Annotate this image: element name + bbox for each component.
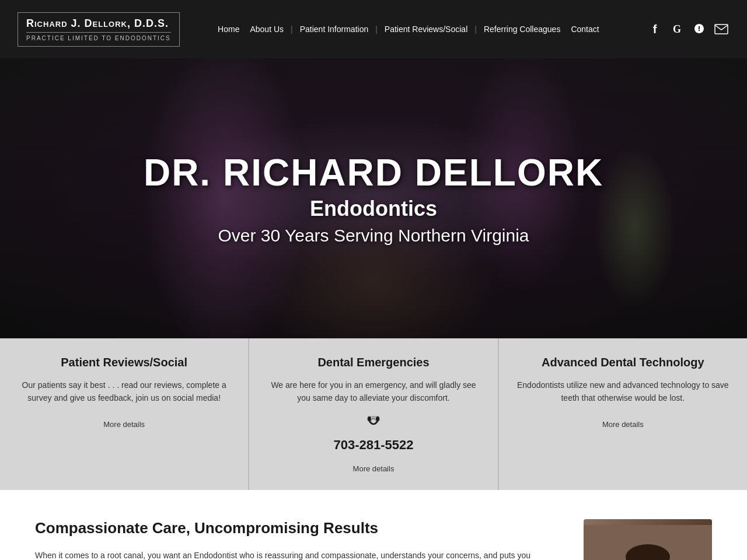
hero-name: DR. RICHARD DELLORK — [144, 151, 603, 194]
lower-heading: Compassionate Care, Uncompromising Resul… — [35, 519, 560, 537]
nav-contact[interactable]: Contact — [567, 22, 602, 36]
nav-sep-3: | — [474, 24, 477, 34]
card-technology-more[interactable]: More details — [602, 420, 644, 429]
doctor-photo — [584, 519, 712, 560]
card-emergencies: Dental Emergencies We are here for you i… — [249, 338, 498, 490]
social-icons-group: f G — [647, 21, 729, 37]
card-technology-title: Advanced Dental Technology — [515, 356, 731, 369]
cards-section: Patient Reviews/Social Our patients say … — [0, 338, 747, 490]
hero-text-group: DR. RICHARD DELLORK Endodontics Over 30 … — [144, 151, 603, 246]
hero-tagline: Over 30 Years Serving Northern Virginia — [144, 226, 603, 246]
lower-section: Compassionate Care, Uncompromising Resul… — [0, 490, 747, 560]
yelp-icon[interactable] — [691, 21, 707, 37]
svg-point-2 — [376, 416, 379, 421]
email-icon[interactable] — [713, 21, 729, 37]
nav-sep-2: | — [375, 24, 378, 34]
nav-about[interactable]: About Us — [246, 22, 287, 36]
card-reviews-text: Our patients say it best . . . read our … — [16, 379, 232, 405]
card-technology: Advanced Dental Technology Endodontists … — [499, 338, 747, 490]
card-emergencies-text: We are here for you in an emergency, and… — [266, 379, 481, 405]
card-phone-group: 703-281-5522 — [266, 414, 481, 453]
main-nav: Home About Us | Patient Information | Pa… — [214, 22, 603, 36]
nav-referring[interactable]: Referring Colleagues — [480, 22, 564, 36]
card-reviews: Patient Reviews/Social Our patients say … — [0, 338, 249, 490]
phone-icon — [365, 414, 382, 435]
nav-reviews[interactable]: Patient Reviews/Social — [381, 22, 471, 36]
logo-name: Richard J. Dellork, D.D.S. — [26, 18, 171, 30]
card-emergencies-title: Dental Emergencies — [266, 356, 481, 369]
lower-body: When it comes to a root canal, you want … — [35, 549, 560, 560]
site-header: Richard J. Dellork, D.D.S. Practice Limi… — [0, 0, 747, 58]
nav-patient-info[interactable]: Patient Information — [296, 22, 372, 36]
facebook-icon[interactable]: f — [647, 21, 663, 37]
card-technology-text: Endodontists utilize new and advanced te… — [515, 379, 731, 405]
card-emergencies-more[interactable]: More details — [353, 464, 395, 473]
nav-sep-1: | — [291, 24, 293, 34]
card-reviews-more[interactable]: More details — [103, 420, 145, 429]
logo: Richard J. Dellork, D.D.S. Practice Limi… — [18, 12, 180, 47]
nav-home[interactable]: Home — [214, 22, 243, 36]
phone-number[interactable]: 703-281-5522 — [333, 438, 413, 453]
svg-rect-0 — [715, 24, 728, 34]
lower-text: Compassionate Care, Uncompromising Resul… — [35, 519, 560, 560]
hero-subtitle: Endodontics — [144, 197, 603, 221]
card-reviews-title: Patient Reviews/Social — [16, 356, 232, 369]
google-icon[interactable]: G — [669, 21, 685, 37]
hero-section: DR. RICHARD DELLORK Endodontics Over 30 … — [0, 58, 747, 338]
logo-tagline: Practice Limited to Endodontics — [26, 32, 171, 41]
svg-point-1 — [368, 416, 371, 421]
